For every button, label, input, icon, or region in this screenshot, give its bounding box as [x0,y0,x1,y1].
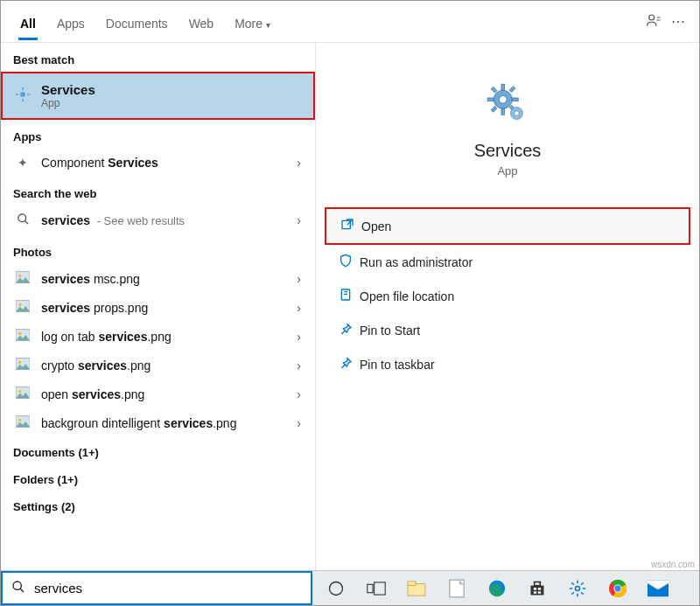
taskbar-search[interactable] [1,571,312,605]
tab-more-label: More [234,17,262,31]
pin-icon [339,356,360,373]
svg-rect-45 [534,588,536,590]
tb-cortana[interactable] [316,571,356,606]
svg-point-36 [330,582,343,595]
shield-icon [339,254,360,270]
tab-web[interactable]: Web [178,4,225,39]
tb-explorer[interactable] [396,571,437,606]
action-label: Open [361,219,391,233]
image-icon [13,358,32,373]
svg-point-54 [614,585,620,591]
svg-rect-27 [491,106,497,112]
chevron-right-icon: › [297,330,301,344]
result-label: services props.png [41,301,148,315]
svg-rect-28 [509,87,515,93]
svg-point-19 [18,419,21,421]
watermark: wsxdn.com [651,560,695,569]
image-icon [13,387,32,401]
chevron-right-icon: › [297,416,301,430]
svg-rect-38 [374,582,386,594]
pin-icon [339,322,360,338]
more-options-icon[interactable]: ⋯ [666,13,690,30]
image-icon [13,271,32,286]
result-label: Component Services [41,156,158,170]
result-photo[interactable]: services msc.png› [1,264,315,293]
image-icon [13,415,32,430]
result-photo[interactable]: log on tab services.png› [1,322,315,351]
action-run-admin[interactable]: Run as administrator [325,245,690,279]
tab-more[interactable]: More▾ [224,4,281,39]
tb-settings[interactable] [557,571,598,606]
result-photo[interactable]: open services.png› [1,380,315,408]
chevron-right-icon: › [297,359,301,373]
svg-rect-43 [531,585,544,595]
chevron-right-icon: › [297,272,301,286]
chevron-right-icon: › [297,301,301,315]
svg-point-34 [13,582,21,589]
result-label: backgroun dintelligent services.png [41,416,236,430]
svg-point-0 [649,15,654,20]
svg-point-1 [20,92,25,97]
chevron-right-icon: › [297,213,301,227]
chevron-right-icon: › [297,387,301,401]
search-input[interactable] [34,581,302,596]
component-icon: ✦ [13,156,32,170]
tb-store[interactable] [517,571,557,606]
open-icon [340,218,361,234]
action-label: Pin to Start [360,324,420,338]
chevron-down-icon: ▾ [266,20,270,30]
section-settings[interactable]: Settings (2) [1,491,315,519]
svg-rect-4 [16,94,18,95]
svg-point-31 [514,111,519,115]
svg-rect-25 [491,87,497,93]
tab-apps[interactable]: Apps [46,4,95,39]
tab-documents[interactable]: Documents [95,4,178,39]
svg-point-17 [18,390,21,393]
result-component-services[interactable]: ✦ Component Services › [1,149,315,177]
action-label: Run as administrator [360,255,472,269]
tb-chrome[interactable] [598,571,638,606]
svg-point-15 [18,361,21,364]
gear-icon [483,80,532,129]
action-open[interactable]: Open [325,207,690,245]
section-best-match: Best match [1,43,315,72]
folder-icon [339,288,360,304]
section-documents[interactable]: Documents (1+) [1,437,315,464]
result-web-search[interactable]: services - See web results › [1,205,315,235]
search-icon [11,580,25,597]
action-file-location[interactable]: Open file location [325,279,690,313]
tb-mail[interactable] [638,571,678,606]
result-photo[interactable]: crypto services.png› [1,351,315,380]
svg-rect-22 [501,108,505,115]
image-icon [13,329,32,344]
action-pin-start[interactable]: Pin to Start [325,313,690,347]
section-folders[interactable]: Folders (1+) [1,464,315,491]
chevron-right-icon: › [297,156,301,170]
svg-point-49 [576,586,580,590]
taskbar [1,570,699,605]
action-label: Pin to taskbar [360,358,435,372]
tab-all[interactable]: All [10,4,46,39]
result-label: services msc.png [41,272,140,286]
best-match-title: Services [41,82,95,97]
tb-libreoffice[interactable] [437,571,477,606]
feedback-icon[interactable] [641,12,666,31]
action-pin-taskbar[interactable]: Pin to taskbar [325,347,690,381]
section-photos: Photos [1,235,315,264]
svg-point-9 [18,275,21,277]
svg-rect-47 [534,591,536,594]
svg-point-11 [18,303,21,306]
result-photo[interactable]: services props.png› [1,293,315,322]
tb-edge[interactable] [477,571,517,606]
result-label: crypto services.png [41,359,150,373]
svg-line-35 [20,589,24,592]
best-match-result[interactable]: Services App [1,72,315,120]
svg-point-6 [18,214,25,222]
result-photo[interactable]: backgroun dintelligent services.png› [1,408,315,437]
search-tabs: All Apps Documents Web More▾ ⋯ [1,1,699,43]
preview-type: App [325,164,690,178]
svg-rect-46 [538,588,541,590]
tb-task-view[interactable] [356,571,396,606]
svg-rect-32 [342,220,350,228]
result-label: log on tab services.png [41,330,172,344]
